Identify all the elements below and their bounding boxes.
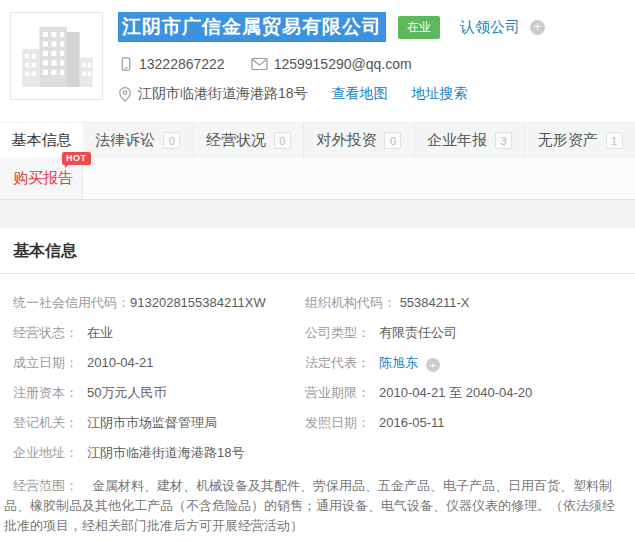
company-address: 江阴市临港街道海港路18号 bbox=[138, 85, 308, 103]
company-header-info: 江阴市广信金属贸易有限公司 在业 认领公司 + 13222867222 bbox=[118, 12, 627, 104]
info-row: 企业地址：江阴市临港街道海港路18号 bbox=[0, 438, 635, 468]
company-name-row: 江阴市广信金属贸易有限公司 在业 认领公司 + bbox=[118, 12, 627, 42]
claim-plus-icon[interactable]: + bbox=[530, 20, 545, 35]
field-operating-status: 经营状态：在业 bbox=[0, 318, 305, 348]
field-value: 在业 bbox=[87, 325, 113, 340]
field-label: 发照日期： bbox=[305, 408, 379, 438]
field-label: 企业地址： bbox=[13, 438, 87, 468]
hot-badge: HOT bbox=[62, 152, 91, 165]
field-value: 2010-04-21 bbox=[87, 355, 154, 370]
company-header: 江阴市广信金属贸易有限公司 在业 认领公司 + 13222867222 bbox=[0, 0, 635, 122]
field-value: 50万元人民币 bbox=[87, 385, 166, 400]
tab-count-badge: 0 bbox=[274, 132, 291, 149]
info-row: 成立日期：2010-04-21 法定代表：陈旭东+ bbox=[0, 348, 635, 378]
info-row: 经营状态：在业 公司类型：有限责任公司 bbox=[0, 318, 635, 348]
contact-row: 13222867222 1259915290@qq.com bbox=[118, 54, 627, 74]
legal-rep-plus-icon[interactable]: + bbox=[426, 358, 440, 372]
field-business-scope: 经营范围：金属材料、建材、机械设备及其配件、劳保用品、五金产品、电子产品、日用百… bbox=[4, 476, 627, 536]
email-item: 1259915290@qq.com bbox=[251, 56, 412, 72]
tab-label: 企业年报 bbox=[427, 131, 487, 150]
info-row: 登记机关：江阴市市场监督管理局 发照日期：2016-05-11 bbox=[0, 408, 635, 438]
field-legal-representative: 法定代表：陈旭东+ bbox=[305, 348, 635, 378]
company-logo bbox=[10, 12, 103, 100]
field-credit-code: 统一社会信用代码：9132028155384211XW bbox=[0, 288, 305, 318]
basic-info-section: 基本信息 统一社会信用代码：9132028155384211XW 组织机构代码：… bbox=[0, 228, 635, 542]
tab-label: 无形资产 bbox=[538, 131, 598, 150]
field-registered-capital: 注册资本：50万元人民币 bbox=[0, 378, 305, 408]
building-icon bbox=[17, 18, 97, 94]
field-registration-authority: 登记机关：江阴市市场监督管理局 bbox=[0, 408, 305, 438]
field-label: 经营范围： bbox=[13, 476, 78, 496]
tab-count-badge: 1 bbox=[606, 132, 623, 149]
field-value: 有限责任公司 bbox=[379, 325, 457, 340]
section-header: 基本信息 bbox=[0, 228, 635, 274]
field-label: 登记机关： bbox=[13, 408, 87, 438]
field-business-term: 营业期限：2010-04-21 至 2040-04-20 bbox=[305, 378, 635, 408]
address-row: 江阴市临港街道海港路18号 查看地图 地址搜索 bbox=[118, 84, 627, 104]
status-badge: 在业 bbox=[398, 16, 440, 39]
field-label: 法定代表： bbox=[305, 348, 379, 378]
company-name: 江阴市广信金属贸易有限公司 bbox=[118, 12, 386, 42]
address-search-link[interactable]: 地址搜索 bbox=[412, 85, 468, 103]
tab-operating-status[interactable]: 经营状况 0 bbox=[194, 123, 305, 158]
field-label: 营业期限： bbox=[305, 378, 379, 408]
field-license-date: 发照日期：2016-05-11 bbox=[305, 408, 635, 438]
field-label: 成立日期： bbox=[13, 348, 87, 378]
field-org-code: 组织机构代码： 55384211-X bbox=[305, 288, 635, 318]
field-label: 公司类型： bbox=[305, 318, 379, 348]
field-value: 江阴市市场监督管理局 bbox=[87, 415, 217, 430]
tab-intangible-assets[interactable]: 无形资产 1 bbox=[525, 123, 635, 158]
view-map-link[interactable]: 查看地图 bbox=[332, 85, 388, 103]
tab-annual-report[interactable]: 企业年报 3 bbox=[415, 123, 526, 158]
field-label: 组织机构代码： bbox=[305, 288, 396, 318]
page-background-gap bbox=[0, 200, 635, 228]
field-founded-date: 成立日期：2010-04-21 bbox=[0, 348, 305, 378]
field-value: 55384211-X bbox=[400, 295, 470, 310]
field-label: 注册资本： bbox=[13, 378, 87, 408]
field-value: 2010-04-21 至 2040-04-20 bbox=[379, 385, 532, 400]
tab-bar: 基本信息 法律诉讼 0 经营状况 0 对外投资 0 企业年报 3 无形资产 1 bbox=[0, 122, 635, 158]
field-label: 经营状态： bbox=[13, 318, 87, 348]
tab-label: 经营状况 bbox=[206, 131, 266, 150]
field-value: 金属材料、建材、机械设备及其配件、劳保用品、五金产品、电子产品、日用百货、塑料制… bbox=[4, 478, 615, 533]
phone-number: 13222867222 bbox=[139, 56, 225, 72]
phone-icon bbox=[118, 56, 133, 72]
field-value: 9132028155384211XW bbox=[130, 295, 266, 310]
email-address: 1259915290@qq.com bbox=[274, 56, 412, 72]
section-title: 基本信息 bbox=[13, 242, 77, 259]
field-label: 统一社会信用代码： bbox=[13, 288, 130, 318]
tab-count-badge: 0 bbox=[163, 132, 180, 149]
field-company-type: 公司类型：有限责任公司 bbox=[305, 318, 635, 348]
tab-label: 对外投资 bbox=[316, 131, 376, 150]
tab-outbound-investment[interactable]: 对外投资 0 bbox=[304, 123, 415, 158]
location-icon bbox=[118, 86, 132, 103]
tab-legal-litigation[interactable]: 法律诉讼 0 bbox=[83, 123, 194, 158]
claim-company-link[interactable]: 认领公司 bbox=[460, 18, 520, 37]
info-row: 注册资本：50万元人民币 营业期限：2010-04-21 至 2040-04-2… bbox=[0, 378, 635, 408]
buy-report-label: 购买报告 bbox=[13, 169, 73, 188]
legal-representative-link[interactable]: 陈旭东 bbox=[379, 355, 418, 370]
info-row: 统一社会信用代码：9132028155384211XW 组织机构代码： 5538… bbox=[0, 288, 635, 318]
field-company-address: 企业地址：江阴市临港街道海港路18号 bbox=[0, 438, 305, 468]
email-icon bbox=[251, 57, 268, 71]
submenu-row: 购买报告 HOT bbox=[0, 158, 635, 200]
buy-report-button[interactable]: 购买报告 HOT bbox=[0, 158, 83, 199]
company-profile-page: 江阴市广信金属贸易有限公司 在业 认领公司 + 13222867222 bbox=[0, 0, 635, 542]
phone-item: 13222867222 bbox=[118, 56, 225, 72]
tab-count-badge: 3 bbox=[495, 132, 512, 149]
tab-count-badge: 0 bbox=[384, 132, 401, 149]
info-grid: 统一社会信用代码：9132028155384211XW 组织机构代码： 5538… bbox=[0, 274, 635, 468]
field-value: 2016-05-11 bbox=[379, 415, 445, 430]
field-value: 江阴市临港街道海港路18号 bbox=[87, 445, 244, 460]
tab-label: 基本信息 bbox=[12, 131, 72, 150]
tab-label: 法律诉讼 bbox=[95, 131, 155, 150]
